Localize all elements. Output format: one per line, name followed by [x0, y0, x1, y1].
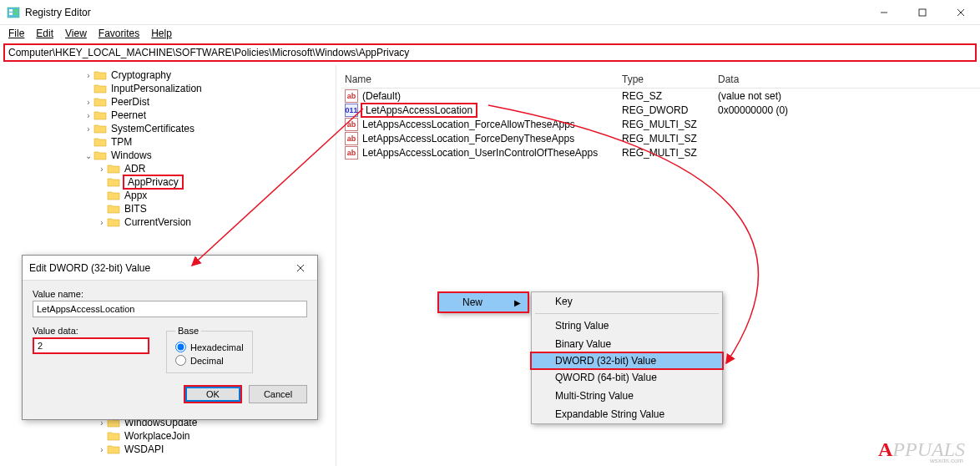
folder-icon: [107, 190, 120, 201]
tree-item[interactable]: ›CurrentVersion: [0, 215, 336, 229]
value-type: REG_DWORD: [619, 104, 715, 116]
tree-label: WSDAPI: [123, 443, 165, 455]
menu-help[interactable]: Help: [146, 26, 177, 41]
list-row[interactable]: ab(Default)REG_SZ(value not set): [341, 89, 980, 103]
tree-item[interactable]: ›ADR: [0, 162, 336, 175]
ctx-qword64[interactable]: QWORD (64-bit) Value: [532, 368, 722, 387]
menu-view[interactable]: View: [60, 26, 92, 41]
watermark-url: wsxdn.com: [930, 457, 963, 464]
close-button[interactable]: [942, 0, 980, 25]
tree-label: Cryptography: [109, 69, 173, 81]
tree-item[interactable]: ›Cryptography: [0, 68, 336, 82]
radio-dec[interactable]: [175, 355, 186, 366]
ctx-key[interactable]: Key: [532, 292, 722, 311]
dialog-close-button[interactable]: [284, 256, 317, 281]
svg-rect-3: [14, 9, 18, 12]
value-name-input[interactable]: [33, 301, 307, 317]
folder-icon: [93, 149, 107, 161]
list-row[interactable]: abLetAppsAccessLocation_ForceAllowTheseA…: [341, 117, 980, 131]
folder-icon: [93, 109, 107, 121]
tree-expander-icon[interactable]: ⌄: [83, 151, 93, 160]
cancel-button[interactable]: Cancel: [249, 385, 307, 403]
tree-label: TPM: [109, 136, 134, 148]
folder-icon: [93, 83, 107, 94]
minimize-button[interactable]: [865, 0, 903, 25]
maximize-button[interactable]: [903, 0, 942, 25]
value-data-input[interactable]: [33, 337, 149, 354]
titlebar: Registry Editor: [0, 0, 980, 25]
value-type: REG_MULTI_SZ: [619, 147, 715, 159]
ctx-expandstring[interactable]: Expandable String Value: [532, 405, 722, 423]
tree-label: BITS: [123, 203, 149, 215]
list-row[interactable]: abLetAppsAccessLocation_ForceDenyTheseAp…: [341, 131, 980, 145]
folder-icon: [93, 123, 107, 134]
tree-expander-icon[interactable]: ›: [83, 111, 93, 120]
folder-icon: [107, 216, 120, 228]
ctx-dword32[interactable]: DWORD (32-bit) Value: [530, 352, 724, 370]
value-type-icon: ab: [345, 132, 358, 145]
col-header-type[interactable]: Type: [619, 73, 715, 85]
ok-button[interactable]: OK: [184, 385, 242, 403]
base-legend: Base: [175, 326, 201, 336]
tree-expander-icon[interactable]: ›: [97, 218, 107, 227]
context-menu-primary: New ▶: [437, 291, 529, 313]
tree-expander-icon[interactable]: ›: [97, 445, 107, 454]
tree-item[interactable]: ›SystemCertificates: [0, 122, 336, 135]
folder-icon: [93, 69, 107, 81]
folder-icon: [107, 176, 120, 188]
tree-label: Appx: [123, 190, 149, 201]
col-header-name[interactable]: Name: [341, 73, 619, 85]
list-row[interactable]: 011LetAppsAccessLocationREG_DWORD0x00000…: [341, 103, 980, 117]
tree-item[interactable]: AppPrivacy: [0, 175, 336, 189]
tree-item[interactable]: ⌄Windows: [0, 149, 336, 162]
svg-rect-2: [9, 13, 13, 15]
value-type-icon: ab: [345, 118, 358, 131]
tree-label: SystemCertificates: [109, 123, 196, 134]
value-type-icon: ab: [345, 146, 358, 160]
menubar: File Edit View Favorites Help: [0, 25, 980, 42]
tree-item[interactable]: ›PeerDist: [0, 95, 336, 109]
ctx-new[interactable]: New ▶: [439, 293, 528, 312]
svg-rect-1: [9, 9, 13, 12]
tree-label: PeerDist: [109, 96, 151, 108]
tree-expander-icon[interactable]: ›: [83, 71, 93, 80]
folder-icon: [107, 163, 120, 175]
menu-file[interactable]: File: [3, 26, 29, 41]
value-type-icon: 011: [345, 104, 358, 117]
tree-label: InputPersonalization: [109, 83, 204, 94]
value-data: 0x00000000 (0): [715, 104, 881, 116]
tree-item[interactable]: WorkplaceJoin: [0, 429, 336, 443]
tree-expander-icon[interactable]: ›: [97, 165, 107, 174]
menu-favorites[interactable]: Favorites: [93, 26, 144, 41]
ctx-multistring[interactable]: Multi-String Value: [532, 387, 722, 405]
value-name: (Default): [361, 90, 402, 102]
tree-expander-icon[interactable]: ›: [83, 124, 93, 134]
tree-label: Windows: [109, 149, 154, 161]
dialog-title-text: Edit DWORD (32-bit) Value: [29, 262, 284, 274]
col-header-data[interactable]: Data: [715, 73, 881, 85]
tree-item[interactable]: InputPersonalization: [0, 82, 336, 95]
app-icon: [7, 6, 20, 19]
ctx-binary[interactable]: Binary Value: [532, 335, 722, 353]
tree-item[interactable]: ›WSDAPI: [0, 443, 336, 456]
address-bar[interactable]: Computer\HKEY_LOCAL_MACHINE\SOFTWARE\Pol…: [3, 43, 977, 62]
tree-label: AppPrivacy: [123, 175, 184, 190]
chevron-right-icon: ▶: [514, 298, 521, 307]
list-row[interactable]: abLetAppsAccessLocation_UserInControlOfT…: [341, 145, 980, 160]
tree-item[interactable]: BITS: [0, 202, 336, 215]
tree-item[interactable]: Appx: [0, 189, 336, 202]
tree-item[interactable]: ›Peernet: [0, 109, 336, 122]
tree-item[interactable]: TPM: [0, 135, 336, 149]
ctx-string[interactable]: String Value: [532, 317, 722, 335]
value-name: LetAppsAccessLocation_ForceAllowTheseApp…: [361, 119, 577, 130]
folder-icon: [107, 443, 120, 455]
menu-edit[interactable]: Edit: [31, 26, 58, 41]
radio-hex[interactable]: [175, 342, 186, 352]
svg-rect-6: [919, 9, 926, 16]
value-data: (value not set): [715, 90, 881, 102]
tree-label: WorkplaceJoin: [123, 430, 191, 442]
folder-icon: [107, 430, 120, 442]
tree-expander-icon[interactable]: ›: [83, 98, 93, 107]
value-name: LetAppsAccessLocation_ForceDenyTheseApps: [361, 133, 576, 144]
tree-label: ADR: [123, 163, 147, 175]
